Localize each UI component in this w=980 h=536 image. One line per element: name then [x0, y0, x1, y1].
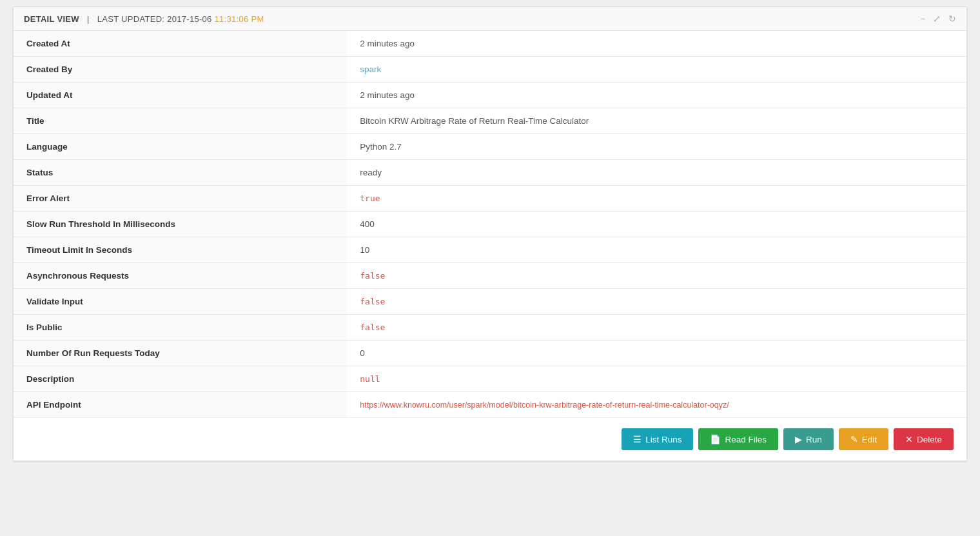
last-updated-date: 2017-15-06 [167, 14, 212, 24]
table-row: LanguagePython 2.7 [14, 134, 966, 160]
last-updated: LAST UPDATED: 2017-15-06 11:31:06 PM [97, 14, 264, 24]
header-controls: − ⤢ ↻ [920, 14, 956, 24]
last-updated-prefix: LAST UPDATED: [97, 14, 165, 24]
field-label: Created By [14, 57, 347, 83]
field-value: false [347, 263, 966, 289]
table-row: Created Byspark [14, 57, 966, 83]
field-value: spark [347, 57, 966, 83]
field-value: false [347, 315, 966, 341]
field-label: Updated At [14, 83, 347, 108]
content-area: Created At2 minutes agoCreated BysparkUp… [14, 31, 966, 417]
table-row: Is Publicfalse [14, 315, 966, 341]
table-row: Timeout Limit In Seconds10 [14, 237, 966, 263]
separator: | [87, 14, 92, 24]
panel-header: DETAIL VIEW | LAST UPDATED: 2017-15-06 1… [14, 7, 966, 31]
field-label: Number Of Run Requests Today [14, 341, 347, 366]
field-value: ready [347, 160, 966, 186]
field-label: Error Alert [14, 186, 347, 212]
field-value-api: https://www.knowru.com/user/spark/model/… [360, 401, 729, 410]
table-row: Validate Inputfalse [14, 289, 966, 315]
field-label: Title [14, 108, 347, 134]
field-value: true [347, 186, 966, 212]
table-row: Descriptionnull [14, 366, 966, 392]
field-value: 0 [347, 341, 966, 366]
field-label: Description [14, 366, 347, 392]
field-label: Asynchronous Requests [14, 263, 347, 289]
panel-footer: ☰ List Runs 📄 Read Files ▶ Run ✎ Edit ✕ … [14, 417, 966, 461]
field-value: 400 [347, 212, 966, 237]
field-label: API Endpoint [14, 392, 347, 418]
field-label: Status [14, 160, 347, 186]
field-value: Python 2.7 [347, 134, 966, 160]
field-value: 2 minutes ago [347, 83, 966, 108]
field-label: Created At [14, 31, 347, 57]
view-label: DETAIL VIEW [24, 14, 79, 24]
list-runs-label: List Runs [645, 435, 681, 444]
edit-button[interactable]: ✎ Edit [839, 428, 888, 450]
table-row: API Endpointhttps://www.knowru.com/user/… [14, 392, 966, 418]
field-value-boolean: false [360, 271, 385, 281]
table-row: Asynchronous Requestsfalse [14, 263, 966, 289]
table-row: TitleBitcoin KRW Arbitrage Rate of Retur… [14, 108, 966, 134]
field-value-boolean: true [360, 194, 380, 203]
table-row: Updated At2 minutes ago [14, 83, 966, 108]
table-row: Slow Run Threshold In Milliseconds400 [14, 212, 966, 237]
field-label: Language [14, 134, 347, 160]
delete-label: Delete [917, 435, 942, 444]
field-value-null: null [360, 374, 380, 384]
field-label: Validate Input [14, 289, 347, 315]
table-row: Created At2 minutes ago [14, 31, 966, 57]
detail-panel: DETAIL VIEW | LAST UPDATED: 2017-15-06 1… [13, 6, 967, 461]
field-value-boolean: false [360, 297, 385, 306]
read-files-label: Read Files [725, 435, 767, 444]
expand-icon[interactable]: ⤢ [933, 14, 941, 24]
run-button[interactable]: ▶ Run [783, 428, 834, 450]
panel-title: DETAIL VIEW | LAST UPDATED: 2017-15-06 1… [24, 14, 264, 24]
field-value: Bitcoin KRW Arbitrage Rate of Return Rea… [347, 108, 966, 134]
table-row: Statusready [14, 160, 966, 186]
field-value: null [347, 366, 966, 392]
last-updated-time: 11:31:06 PM [215, 14, 264, 24]
field-value: false [347, 289, 966, 315]
edit-icon: ✎ [850, 434, 858, 444]
field-value: 2 minutes ago [347, 31, 966, 57]
read-files-icon: 📄 [710, 434, 721, 444]
delete-icon: ✕ [905, 434, 913, 444]
field-value: https://www.knowru.com/user/spark/model/… [347, 392, 966, 418]
field-label: Is Public [14, 315, 347, 341]
field-label: Slow Run Threshold In Milliseconds [14, 212, 347, 237]
refresh-icon[interactable]: ↻ [948, 14, 956, 24]
table-row: Number Of Run Requests Today0 [14, 341, 966, 366]
delete-button[interactable]: ✕ Delete [894, 428, 954, 450]
field-value-link[interactable]: spark [360, 65, 381, 74]
minimize-icon[interactable]: − [920, 14, 925, 24]
table-row: Error Alerttrue [14, 186, 966, 212]
edit-label: Edit [862, 435, 877, 444]
field-label: Timeout Limit In Seconds [14, 237, 347, 263]
detail-table: Created At2 minutes agoCreated BysparkUp… [14, 31, 966, 417]
list-runs-icon: ☰ [633, 434, 642, 444]
field-value-boolean: false [360, 323, 385, 332]
read-files-button[interactable]: 📄 Read Files [698, 428, 778, 450]
list-runs-button[interactable]: ☰ List Runs [622, 428, 693, 450]
field-value: 10 [347, 237, 966, 263]
run-label: Run [806, 435, 822, 444]
run-icon: ▶ [795, 434, 802, 444]
